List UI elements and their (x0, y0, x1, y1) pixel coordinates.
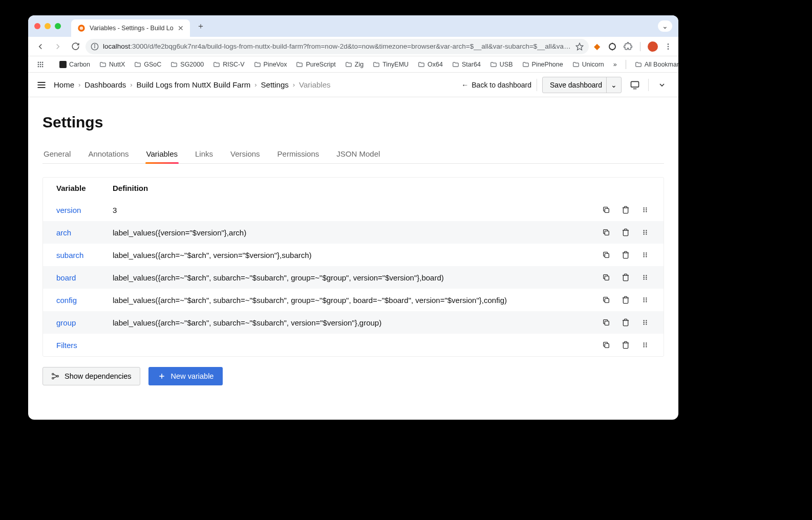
drag-handle-icon[interactable] (640, 317, 650, 328)
extensions-puzzle-icon[interactable] (623, 41, 633, 52)
address-bar[interactable]: localhost:3000/d/fe2bqg6uk7nr4a/build-lo… (86, 39, 589, 54)
bookmark-item[interactable]: Zig (341, 59, 367, 70)
bookmark-item[interactable]: SG2000 (167, 59, 207, 70)
reload-button[interactable] (68, 39, 82, 54)
close-window-button[interactable] (34, 23, 40, 29)
app-header: Home›Dashboards›Build Logs from NuttX Bu… (28, 73, 678, 97)
svg-point-44 (646, 256, 647, 257)
tab-json-model[interactable]: JSON Model (335, 145, 381, 163)
svg-point-30 (646, 211, 647, 212)
tab-permissions[interactable]: Permissions (276, 145, 320, 163)
header-chevron-down-icon[interactable] (654, 77, 670, 93)
delete-icon[interactable] (621, 272, 631, 283)
svg-point-7 (668, 44, 669, 45)
delete-icon[interactable] (621, 340, 631, 350)
bookmark-item[interactable]: PinePhone (519, 59, 567, 70)
drag-handle-icon[interactable] (640, 227, 650, 237)
menu-toggle-button[interactable] (36, 80, 47, 90)
variable-definition: label_values({arch=~"$arch", subarch=~"$… (113, 296, 589, 305)
svg-point-28 (646, 209, 647, 210)
duplicate-icon[interactable] (601, 295, 611, 305)
drag-handle-icon[interactable] (640, 272, 650, 283)
svg-rect-16 (38, 66, 39, 67)
delete-icon[interactable] (621, 250, 631, 260)
duplicate-icon[interactable] (601, 340, 611, 350)
bookmark-item[interactable]: USB (486, 59, 517, 70)
tab-annotations[interactable]: Annotations (87, 145, 130, 163)
breadcrumb-item[interactable]: Home (54, 80, 74, 89)
duplicate-icon[interactable] (601, 317, 611, 328)
svg-point-47 (646, 275, 647, 276)
settings-content: Settings GeneralAnnotationsVariablesLink… (28, 97, 678, 420)
bookmark-item[interactable]: Star64 (448, 59, 484, 70)
bookmark-item[interactable]: PureScript (292, 59, 339, 70)
chrome-menu-icon[interactable] (663, 41, 673, 52)
svg-point-61 (646, 320, 647, 321)
svg-rect-38 (605, 253, 609, 257)
drag-handle-icon[interactable] (640, 295, 650, 305)
extension-icon-1[interactable]: ◆ (592, 41, 602, 52)
browser-tab[interactable]: Variables - Settings - Build Lo ✕ (71, 19, 190, 37)
bookmark-item[interactable]: NuttX (96, 59, 129, 70)
duplicate-icon[interactable] (601, 227, 611, 237)
site-info-icon[interactable] (91, 42, 99, 51)
maximize-window-button[interactable] (55, 23, 61, 29)
delete-icon[interactable] (621, 295, 631, 305)
delete-icon[interactable] (621, 317, 631, 328)
delete-icon[interactable] (621, 205, 631, 215)
forward-button[interactable] (51, 39, 65, 54)
svg-rect-10 (38, 61, 39, 62)
preview-icon[interactable] (627, 77, 643, 93)
breadcrumb-item[interactable]: Build Logs from NuttX Build Farm (137, 80, 251, 89)
bookmark-item[interactable]: Unicorn (569, 59, 608, 70)
delete-icon[interactable] (621, 227, 631, 237)
variable-name-link[interactable]: config (56, 296, 113, 305)
tab-variables[interactable]: Variables (145, 145, 179, 163)
variable-name-link[interactable]: group (56, 318, 113, 327)
minimize-window-button[interactable] (45, 23, 51, 29)
breadcrumb-item[interactable]: Settings (261, 80, 289, 89)
profile-avatar[interactable] (648, 41, 658, 52)
variable-name-link[interactable]: subarch (56, 251, 113, 259)
tab-versions[interactable]: Versions (229, 145, 261, 163)
duplicate-icon[interactable] (601, 205, 611, 215)
bookmark-item[interactable]: Carbon (56, 59, 94, 70)
bookmark-star-icon[interactable] (575, 42, 584, 51)
bookmark-item[interactable]: Ox64 (414, 59, 446, 70)
duplicate-icon[interactable] (601, 250, 611, 260)
extension-icon-2[interactable] (607, 41, 617, 52)
duplicate-icon[interactable] (601, 272, 611, 283)
chevron-down-icon[interactable]: ⌄ (606, 77, 617, 93)
back-button[interactable] (33, 39, 48, 54)
back-to-dashboard-link[interactable]: ← Back to dashboard (461, 81, 531, 89)
chevron-right-icon: › (254, 81, 257, 89)
tab-general[interactable]: General (42, 145, 72, 163)
svg-point-6 (609, 44, 615, 50)
svg-point-27 (644, 209, 645, 210)
close-tab-icon[interactable]: ✕ (178, 24, 184, 32)
apps-grid-icon[interactable] (33, 59, 48, 70)
drag-handle-icon[interactable] (640, 250, 650, 260)
variable-name-link[interactable]: Filters (56, 341, 113, 350)
svg-point-74 (52, 377, 54, 379)
new-tab-button[interactable]: ＋ (194, 19, 207, 33)
new-variable-button[interactable]: New variable (148, 367, 223, 385)
variable-name-link[interactable]: version (56, 206, 113, 214)
drag-handle-icon[interactable] (640, 205, 650, 215)
variable-name-link[interactable]: arch (56, 228, 113, 237)
tab-title: Variables - Settings - Build Lo (90, 25, 174, 32)
bookmark-item[interactable]: RISC-V (209, 59, 248, 70)
tab-links[interactable]: Links (194, 145, 214, 163)
variable-name-link[interactable]: board (56, 273, 113, 282)
svg-point-67 (644, 342, 645, 343)
show-dependencies-button[interactable]: Show dependencies (42, 367, 140, 385)
all-bookmarks-button[interactable]: All Bookmarks (631, 59, 678, 70)
bookmarks-overflow-icon[interactable]: » (610, 59, 621, 70)
bookmark-item[interactable]: GSoC (131, 59, 165, 70)
save-dashboard-button[interactable]: Save dashboard ⌄ (542, 77, 622, 93)
bookmark-item[interactable]: PineVox (250, 59, 291, 70)
breadcrumb-item[interactable]: Dashboards (84, 80, 126, 89)
drag-handle-icon[interactable] (640, 340, 650, 350)
tab-list-dropdown[interactable]: ⌄ (658, 20, 672, 32)
bookmark-item[interactable]: TinyEMU (369, 59, 412, 70)
